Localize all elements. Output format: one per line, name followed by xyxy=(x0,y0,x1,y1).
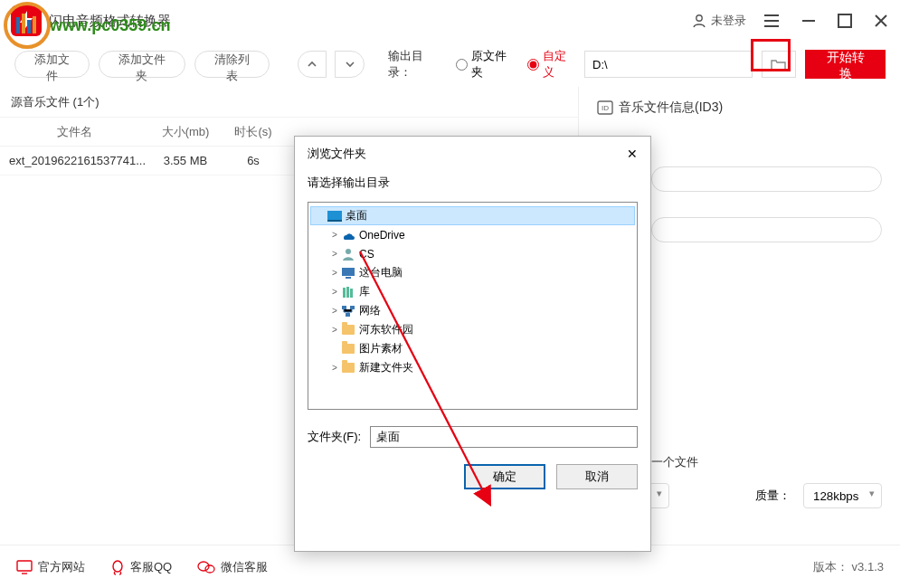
svg-point-14 xyxy=(205,565,214,573)
login-label: 未登录 xyxy=(711,13,746,29)
browse-folder-dialog: 浏览文件夹 ✕ 请选择输出目录 桌面>OneDrive>CS>这台电脑>库>网络… xyxy=(294,136,651,552)
tree-item[interactable]: >这台电脑 xyxy=(310,263,635,282)
svg-point-2 xyxy=(696,15,702,21)
dialog-close-icon[interactable]: ✕ xyxy=(627,147,638,161)
svg-point-12 xyxy=(113,561,122,572)
svg-rect-19 xyxy=(346,277,351,279)
col-size: 大小(mb) xyxy=(149,124,222,140)
folder-field-label: 文件夹(F): xyxy=(308,429,361,445)
svg-rect-24 xyxy=(350,306,355,309)
add-folder-button[interactable]: 添加文件夹 xyxy=(99,51,185,78)
tree-item[interactable]: >河东软件园 xyxy=(310,320,635,339)
tree-item[interactable]: 图片素材 xyxy=(310,339,635,358)
app-title: 闪电音频格式转换器 xyxy=(49,13,691,30)
monitor-icon xyxy=(16,560,33,574)
clear-list-button[interactable]: 清除列表 xyxy=(194,51,270,78)
cancel-button[interactable]: 取消 xyxy=(556,464,638,489)
genre-input[interactable] xyxy=(651,217,882,242)
svg-rect-15 xyxy=(327,211,342,220)
cell-filename: ext_2019622161537741... xyxy=(0,154,149,167)
version-label: 版本： v3.1.3 xyxy=(813,559,884,575)
tree-item[interactable]: >OneDrive xyxy=(310,225,635,244)
tree-item[interactable]: >库 xyxy=(310,282,635,301)
move-down-button[interactable] xyxy=(335,51,364,78)
svg-rect-16 xyxy=(327,220,342,222)
id3-header: ID 音乐文件信息(ID3) xyxy=(597,100,882,116)
cell-duration: 6s xyxy=(222,154,285,167)
svg-text:ID: ID xyxy=(602,104,609,112)
menu-icon[interactable] xyxy=(763,13,781,29)
svg-rect-22 xyxy=(350,289,353,298)
svg-rect-18 xyxy=(342,268,355,276)
qq-support-link[interactable]: 客服QQ xyxy=(110,559,172,575)
svg-rect-20 xyxy=(343,288,346,298)
tree-item[interactable]: >网络 xyxy=(310,301,635,320)
official-site-link[interactable]: 官方网站 xyxy=(16,559,85,575)
cell-size: 3.55 MB xyxy=(149,154,222,167)
login-button[interactable]: 未登录 xyxy=(691,13,746,29)
svg-rect-21 xyxy=(346,287,349,298)
col-duration: 时长(s) xyxy=(222,124,285,140)
close-icon[interactable] xyxy=(873,13,889,29)
wechat-icon xyxy=(197,560,215,574)
path-input[interactable] xyxy=(584,51,753,78)
maximize-icon[interactable] xyxy=(837,13,853,29)
outdir-label: 输出目录： xyxy=(388,48,443,81)
id-icon: ID xyxy=(597,100,613,115)
folder-field-input[interactable] xyxy=(370,426,638,448)
qq-icon xyxy=(110,559,125,575)
tree-item[interactable]: >CS xyxy=(310,244,635,263)
browse-button[interactable] xyxy=(762,51,796,78)
quality-label: 质量： xyxy=(755,488,791,504)
dialog-subtitle: 请选择输出目录 xyxy=(295,167,650,202)
add-file-button[interactable]: 添加文件 xyxy=(14,51,90,78)
svg-rect-11 xyxy=(17,561,32,571)
user-icon xyxy=(691,13,707,29)
dialog-title: 浏览文件夹 xyxy=(308,146,366,162)
folder-tree[interactable]: 桌面>OneDrive>CS>这台电脑>库>网络>河东软件园图片素材>新建文件夹 xyxy=(308,202,638,410)
app-logo xyxy=(11,5,42,36)
start-convert-button[interactable]: 开始转换 xyxy=(805,50,886,79)
minimize-icon[interactable] xyxy=(801,13,817,29)
folder-open-icon xyxy=(771,58,787,71)
tree-item[interactable]: 桌面 xyxy=(310,206,635,225)
tree-item[interactable]: >新建文件夹 xyxy=(310,358,635,377)
svg-rect-23 xyxy=(342,306,346,309)
ok-button[interactable]: 确定 xyxy=(464,464,545,489)
source-folder-radio[interactable]: 原文件夹 xyxy=(452,48,515,81)
svg-rect-3 xyxy=(838,14,851,27)
col-filename: 文件名 xyxy=(0,124,149,140)
svg-point-17 xyxy=(346,249,351,254)
custom-folder-radio[interactable]: 自定义 xyxy=(524,48,575,81)
source-files-header: 源音乐文件 (1个) xyxy=(0,87,578,118)
album-input[interactable] xyxy=(651,166,882,192)
quality-select[interactable]: 128kbps xyxy=(803,483,882,508)
wechat-support-link[interactable]: 微信客服 xyxy=(197,559,268,575)
move-up-button[interactable] xyxy=(298,51,327,78)
